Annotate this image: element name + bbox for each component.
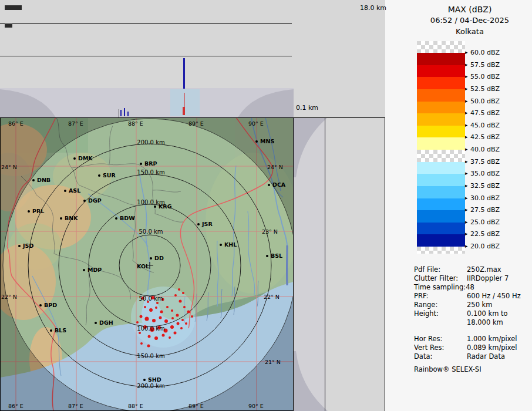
city-label: DCA xyxy=(272,181,286,188)
colorbar-band xyxy=(417,113,465,126)
legend-level: ▸27.5 dBZ xyxy=(465,206,500,214)
ring-label: 50.0 km xyxy=(139,295,163,302)
lon-label: 90° E xyxy=(248,403,264,409)
echo-speck xyxy=(176,314,179,317)
legend-level: ▸30.0 dBZ xyxy=(465,194,500,202)
info-label: Data: xyxy=(414,352,432,361)
level-arrow-icon: ▸ xyxy=(465,231,470,237)
level-label: 57.5 dBZ xyxy=(470,61,500,69)
legend-level: ▸60.0 dBZ xyxy=(465,49,500,56)
level-arrow-icon: ▸ xyxy=(465,134,470,140)
city-marker xyxy=(150,257,152,260)
city-label: BPD xyxy=(44,302,57,308)
info-row: Vert Res:0.089 km/pixel xyxy=(414,343,531,352)
legend-level: ▸35.0 dBZ xyxy=(465,170,500,177)
info-row: Pdf File:250Z.max xyxy=(414,265,531,274)
lon-label: 87° E xyxy=(68,120,83,127)
city-label: DGH xyxy=(99,319,113,326)
echo-speck xyxy=(171,317,174,319)
ring-label: 200.0 km xyxy=(137,139,164,146)
legend-level: ▸57.5 dBZ xyxy=(465,61,500,69)
level-label: 60.0 dBZ xyxy=(470,49,500,56)
lat-label: 22° N xyxy=(1,294,17,300)
level-label: 42.5 dBZ xyxy=(470,133,500,141)
echo-speck xyxy=(162,334,165,337)
echo-speck xyxy=(148,335,151,338)
colorbar-band xyxy=(417,77,465,89)
info-value: 250 km xyxy=(467,301,492,309)
lon-label: 90° E xyxy=(248,120,264,127)
lat-label: 22° N xyxy=(264,294,280,300)
info-value: 18.000 km xyxy=(467,318,503,326)
colorbar-band xyxy=(417,126,465,138)
level-label: 45.0 dBZ xyxy=(470,122,500,129)
colorbar-band xyxy=(417,234,465,247)
level-arrow-icon: ▸ xyxy=(465,73,470,79)
city-label: JSD xyxy=(22,242,33,249)
colorbar-band xyxy=(417,223,465,235)
colorbar-band xyxy=(417,137,465,150)
legend-level: ▸47.5 dBZ xyxy=(465,109,500,117)
plan-view-map: 200.0 km 150.0 km 100.0 km 50.0 km 50.0 … xyxy=(0,117,299,411)
lon-label: 88° E xyxy=(128,120,143,127)
legend-level: ▸22.5 dBZ xyxy=(465,230,500,238)
colorbar xyxy=(417,41,465,254)
lat-label: 24° N xyxy=(1,164,17,170)
info-label: Clutter Filter: xyxy=(414,274,458,282)
lon-label: 88° E xyxy=(128,403,143,409)
echo-speck xyxy=(191,315,193,318)
city-label: SUR xyxy=(103,172,116,178)
city-label: ASL xyxy=(69,187,80,194)
lon-label: 87° E xyxy=(68,403,83,409)
top-side-panel xyxy=(0,5,294,117)
city-label: DNB xyxy=(37,177,50,183)
city-label: DMK xyxy=(78,155,93,161)
info-row: Height:0.100 km to xyxy=(414,309,531,318)
level-arrow-icon: ▸ xyxy=(465,49,470,55)
city-marker xyxy=(115,217,117,220)
legend-level: ▸20.0 dBZ xyxy=(465,242,500,250)
colorbar-band xyxy=(417,65,465,78)
echo-speck xyxy=(152,319,156,322)
colorbar-band xyxy=(417,162,465,174)
city-marker xyxy=(18,245,21,247)
echo-speck xyxy=(149,308,153,312)
colorbar-band xyxy=(417,174,465,186)
city-marker xyxy=(143,379,146,381)
city-marker xyxy=(83,200,86,202)
legend-level: ▸55.0 dBZ xyxy=(465,73,500,80)
city-marker xyxy=(98,174,100,177)
city-marker xyxy=(266,255,268,257)
echo-speck xyxy=(179,300,182,303)
echo-speck xyxy=(140,315,143,318)
city-marker xyxy=(268,184,270,186)
level-label: 37.5 dBZ xyxy=(470,158,500,166)
city-label: DGP xyxy=(88,197,102,204)
echo-speck xyxy=(170,325,174,329)
info-label: Vert Res: xyxy=(414,343,444,352)
echo-speck xyxy=(144,306,146,308)
level-label: 47.5 dBZ xyxy=(470,109,500,117)
level-label: 22.5 dBZ xyxy=(470,230,500,238)
city-label: BDW xyxy=(120,215,135,221)
city-label: BSL xyxy=(271,252,282,259)
level-arrow-icon: ▸ xyxy=(465,243,470,249)
city-label: SHD xyxy=(148,376,161,383)
legend-level: ▸40.0 dBZ xyxy=(465,146,500,153)
colorbar-band xyxy=(417,210,465,223)
colorbar-band xyxy=(417,89,465,102)
colorbar-band xyxy=(417,247,465,254)
info-label: PRF: xyxy=(414,292,429,300)
echo-speck xyxy=(145,317,149,321)
echo-speck xyxy=(181,319,184,321)
product-title: MAX (dBZ) xyxy=(408,5,532,14)
city-label: KHL xyxy=(224,241,237,248)
echo-speck xyxy=(160,311,163,314)
radar-display: 200.0 km 150.0 km 100.0 km 50.0 km 50.0 … xyxy=(0,0,532,411)
colorbar-band xyxy=(417,150,465,162)
level-label: 55.0 dBZ xyxy=(470,73,500,80)
info-label: Time sampling:48 xyxy=(414,283,474,291)
colorbar-band xyxy=(417,41,465,53)
city-label: BNK xyxy=(65,215,78,221)
level-label: 50.0 dBZ xyxy=(470,97,500,105)
